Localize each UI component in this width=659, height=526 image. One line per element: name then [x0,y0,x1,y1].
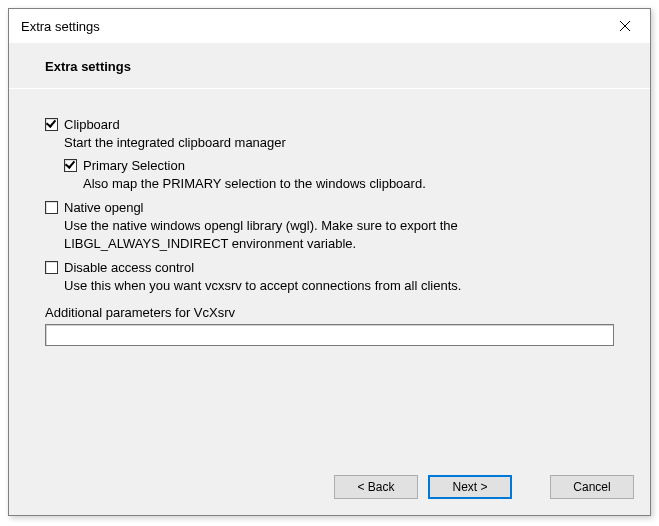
clipboard-checkbox[interactable] [45,118,58,131]
cancel-button[interactable]: Cancel [550,475,634,499]
params-input[interactable] [45,324,614,346]
next-button[interactable]: Next > [428,475,512,499]
disable-access-desc: Use this when you want vcxsrv to accept … [64,277,614,295]
option-native-opengl: Native opengl Use the native windows ope… [45,200,614,252]
primary-selection-desc: Also map the PRIMARY selection to the wi… [83,175,614,193]
dialog-window: Extra settings Extra settings Clipboard … [8,8,651,516]
option-primary-selection: Primary Selection Also map the PRIMARY s… [64,158,614,193]
close-icon [619,20,631,32]
primary-selection-checkbox[interactable] [64,159,77,172]
titlebar: Extra settings [9,9,650,43]
heading-area: Extra settings [9,43,650,88]
primary-selection-label[interactable]: Primary Selection [83,158,185,173]
bottom-bar: < Back Next > Cancel [9,463,650,515]
native-opengl-desc: Use the native windows opengl library (w… [64,217,614,252]
page-heading: Extra settings [45,59,650,74]
disable-access-label[interactable]: Disable access control [64,260,194,275]
dialog-body: Extra settings Clipboard Start the integ… [9,43,650,515]
native-opengl-label[interactable]: Native opengl [64,200,144,215]
clipboard-desc: Start the integrated clipboard manager [64,134,614,152]
params-label: Additional parameters for VcXsrv [45,305,614,320]
clipboard-label[interactable]: Clipboard [64,117,120,132]
content-area: Clipboard Start the integrated clipboard… [9,89,650,463]
disable-access-checkbox[interactable] [45,261,58,274]
option-clipboard: Clipboard Start the integrated clipboard… [45,117,614,192]
back-button[interactable]: < Back [334,475,418,499]
native-opengl-checkbox[interactable] [45,201,58,214]
window-title: Extra settings [21,19,100,34]
close-button[interactable] [604,12,646,40]
option-disable-access: Disable access control Use this when you… [45,260,614,295]
